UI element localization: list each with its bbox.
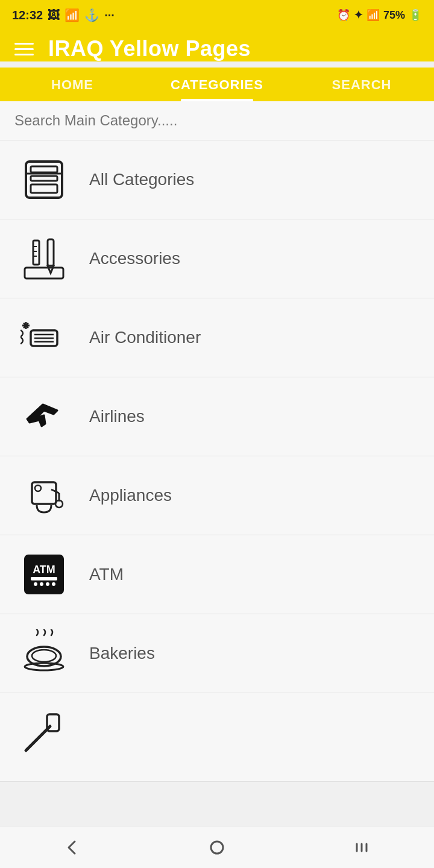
status-left: 12:32 🖼 📶 ⚓ ··· — [12, 8, 115, 22]
status-time: 12:32 — [12, 8, 43, 22]
list-item[interactable]: Accessories — [0, 219, 434, 298]
list-item[interactable]: All Categories — [0, 140, 434, 219]
status-icon-anchor: ⚓ — [84, 8, 99, 22]
nav-tabs: HOME CATEGORIES SEARCH — [0, 68, 434, 101]
svg-point-29 — [40, 582, 43, 586]
status-icon-signal: 📶 — [64, 8, 80, 22]
status-battery: 75% — [383, 9, 405, 22]
air-conditioner-label: Air Conditioner — [89, 328, 201, 347]
bakeries-label: Bakeries — [89, 644, 155, 663]
search-input[interactable] — [14, 112, 420, 129]
header: IRAQ Yellow Pages — [0, 30, 434, 61]
svg-rect-2 — [31, 176, 57, 181]
airlines-icon — [17, 389, 71, 444]
bakeries-icon — [17, 626, 71, 681]
status-network-icon: 📶 — [366, 8, 380, 22]
svg-point-33 — [32, 650, 56, 662]
home-button[interactable] — [199, 829, 235, 866]
svg-point-30 — [46, 582, 49, 586]
svg-point-31 — [52, 582, 55, 586]
appliances-label: Appliances — [89, 486, 172, 505]
all-categories-icon — [17, 153, 71, 207]
back-button[interactable] — [54, 829, 90, 866]
svg-rect-3 — [31, 184, 57, 193]
status-right: ⏰ ✦ 📶 75% 🔋 — [337, 8, 422, 22]
svg-rect-6 — [33, 241, 39, 265]
svg-point-28 — [34, 582, 37, 586]
list-item[interactable]: Airlines — [0, 377, 434, 456]
status-bluetooth-icon: ✦ — [354, 8, 363, 22]
page-content: All Categories Accessorie — [0, 101, 434, 824]
status-icon-dots: ··· — [104, 8, 115, 22]
svg-point-21 — [35, 485, 41, 491]
menu-button[interactable] — [344, 829, 380, 866]
list-item[interactable] — [0, 693, 434, 782]
accessories-label: Accessories — [89, 249, 180, 268]
svg-rect-5 — [48, 239, 54, 266]
svg-rect-11 — [25, 268, 63, 278]
svg-rect-1 — [31, 166, 57, 172]
status-alarm-icon: ⏰ — [337, 8, 350, 22]
list-item[interactable]: ATM ATM — [0, 535, 434, 614]
svg-rect-27 — [31, 577, 57, 580]
list-item[interactable]: Appliances — [0, 456, 434, 535]
tab-search[interactable]: SEARCH — [289, 68, 434, 101]
more-icon — [17, 705, 71, 760]
search-bar-container — [0, 101, 434, 140]
status-bar: 12:32 🖼 📶 ⚓ ··· ⏰ ✦ 📶 75% 🔋 — [0, 0, 434, 30]
airlines-label: Airlines — [89, 407, 145, 426]
menu-icon[interactable] — [12, 40, 36, 58]
appliances-icon — [17, 468, 71, 523]
svg-text:ATM: ATM — [33, 564, 55, 576]
category-list: All Categories Accessorie — [0, 140, 434, 782]
atm-icon: ATM — [17, 547, 71, 602]
bottom-nav — [0, 826, 434, 868]
status-battery-icon: 🔋 — [409, 8, 422, 22]
air-conditioner-icon — [17, 310, 71, 365]
accessories-icon — [17, 231, 71, 286]
status-icon-image: 🖼 — [48, 8, 60, 22]
all-categories-label: All Categories — [89, 170, 194, 189]
list-item[interactable]: Bakeries — [0, 614, 434, 693]
list-item[interactable]: Air Conditioner — [0, 298, 434, 377]
svg-rect-36 — [211, 841, 223, 854]
tab-categories[interactable]: CATEGORIES — [145, 68, 289, 101]
app-title: IRAQ Yellow Pages — [48, 36, 251, 61]
atm-label: ATM — [89, 565, 124, 584]
tab-home[interactable]: HOME — [0, 68, 145, 101]
